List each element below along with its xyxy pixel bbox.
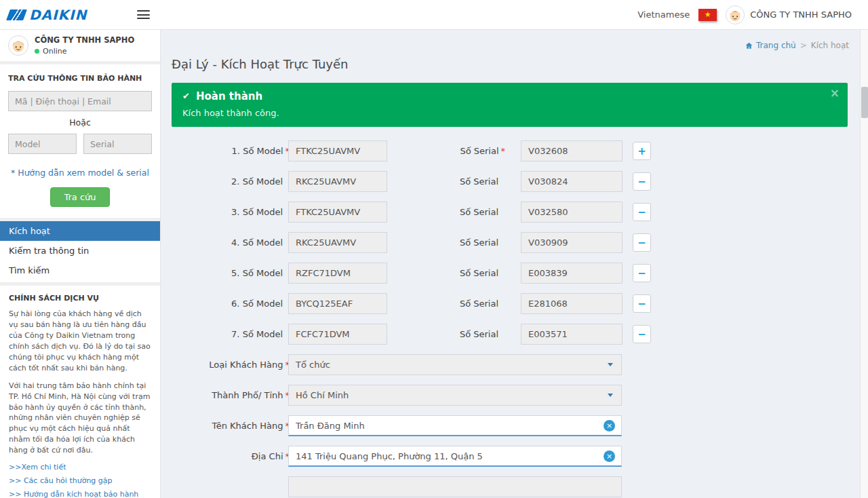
- address-label: Địa Chỉ*: [172, 451, 288, 461]
- success-alert: ✔ Hoàn thành Kích hoạt thành công. ×: [172, 83, 848, 127]
- customer-type-value: Tổ chức: [296, 360, 330, 370]
- model-serial-rows: 1. Số Model* Số Serial* + 2. Số Model* S…: [172, 140, 848, 345]
- or-label: Hoặc: [8, 117, 152, 128]
- model-input[interactable]: [288, 171, 387, 192]
- model-row-label: 1. Số Model*: [172, 146, 288, 156]
- remove-row-button[interactable]: −: [633, 203, 651, 221]
- model-row-label: 3. Số Model*: [172, 207, 288, 217]
- next-field-row-partial: [172, 476, 848, 497]
- city-select[interactable]: Hồ Chí Minh: [288, 385, 622, 406]
- model-input[interactable]: [288, 202, 387, 223]
- alert-title: Hoàn thành: [196, 90, 262, 102]
- chevron-down-icon: [608, 363, 613, 366]
- policy-link-2[interactable]: >> Các câu hỏi thường gặp: [9, 476, 151, 485]
- remove-row-button[interactable]: −: [633, 325, 651, 343]
- policy-paragraph: Với hai trung tâm bảo hành chính tại TP.…: [9, 381, 151, 457]
- page-title: Đại Lý - Kích Hoạt Trực Tuyến: [172, 57, 848, 71]
- model-serial-row: 5. Số Model* Số Serial* −: [172, 263, 848, 284]
- policy-paragraphs: Sự hài lòng của khách hàng về dịch vụ sa…: [9, 309, 151, 456]
- serial-input[interactable]: [521, 140, 623, 161]
- lookup-search-button[interactable]: Tra cứu: [50, 187, 109, 207]
- address-input[interactable]: [288, 446, 622, 467]
- vertical-scrollbar[interactable]: [860, 30, 868, 498]
- model-input[interactable]: [288, 324, 387, 345]
- sidebar: CÔNG TY TNHH SAPHO Online TRA CỨU THÔNG …: [0, 30, 161, 498]
- alert-close-icon[interactable]: ×: [830, 86, 840, 100]
- model-serial-row: 1. Số Model* Số Serial* +: [172, 140, 848, 161]
- model-row-label: 5. Số Model*: [172, 268, 288, 278]
- model-input[interactable]: [288, 293, 387, 314]
- sidebar-menu: Kích hoạtKiểm tra thông tinTìm kiếm: [0, 221, 160, 282]
- header-avatar: [726, 5, 745, 24]
- serial-row-label: Số Serial*: [387, 207, 521, 217]
- sidebar-menu-item-1[interactable]: Kích hoạt: [0, 221, 160, 241]
- serial-input[interactable]: [521, 263, 623, 284]
- model-serial-row: 3. Số Model* Số Serial* −: [172, 202, 848, 223]
- customer-name-row: Tên Khách Hàng* ×: [172, 415, 848, 436]
- policy-link-1[interactable]: >>Xem chi tiết: [9, 463, 151, 472]
- navbar-left: DAIKIN: [0, 7, 161, 23]
- policy-title: CHÍNH SÁCH DỊCH VỤ: [9, 294, 151, 303]
- customer-name-label: Tên Khách Hàng*: [172, 421, 288, 431]
- serial-input[interactable]: [521, 171, 623, 192]
- serial-row-label: Số Serial*: [387, 299, 521, 309]
- next-field-input[interactable]: [288, 476, 622, 497]
- scrollbar-thumb[interactable]: [861, 87, 868, 118]
- clear-input-icon[interactable]: ×: [604, 420, 615, 432]
- model-input[interactable]: [288, 232, 387, 253]
- user-status: Online: [35, 47, 134, 56]
- model-input[interactable]: [288, 263, 387, 284]
- model-lookup-input[interactable]: [8, 134, 77, 154]
- account-menu[interactable]: CÔNG TY TNHH SAPHO: [726, 5, 852, 24]
- serial-lookup-input[interactable]: [83, 134, 152, 154]
- sidebar-avatar: [8, 35, 28, 56]
- remove-row-button[interactable]: −: [633, 233, 651, 252]
- sidebar-menu-item-2[interactable]: Kiểm tra thông tin: [0, 241, 160, 261]
- serial-row-label: Số Serial*: [387, 237, 521, 248]
- breadcrumb-current: Kích hoạt: [811, 41, 849, 50]
- online-status-icon: [35, 49, 39, 54]
- vietnam-flag-icon[interactable]: ★: [698, 9, 717, 21]
- daikin-logo: DAIKIN: [8, 7, 87, 23]
- remove-row-button[interactable]: −: [633, 294, 651, 313]
- customer-type-select[interactable]: Tổ chức: [288, 354, 622, 375]
- policy-link-3[interactable]: >> Hướng dẫn kích hoạt bảo hành: [9, 490, 151, 498]
- model-serial-guide-link[interactable]: * Hướng dẫn xem model & serial: [8, 168, 152, 178]
- sidebar-user-card: CÔNG TY TNHH SAPHO Online: [0, 30, 160, 61]
- remove-row-button[interactable]: −: [633, 172, 651, 191]
- serial-input[interactable]: [521, 232, 623, 253]
- serial-input[interactable]: [521, 324, 623, 345]
- breadcrumb: Trang chủ > Kích hoạt: [745, 41, 849, 50]
- serial-row-label: Số Serial*: [387, 176, 521, 187]
- home-icon: [745, 41, 753, 50]
- city-row: Thành Phố/ Tỉnh* Hồ Chí Minh: [172, 385, 848, 406]
- model-row-label: 4. Số Model*: [172, 237, 288, 248]
- model-input[interactable]: [288, 140, 387, 161]
- city-label: Thành Phố/ Tỉnh*: [172, 390, 288, 400]
- customer-type-label: Loại Khách Hàng*: [172, 360, 288, 370]
- serial-input[interactable]: [521, 293, 623, 314]
- sidebar-menu-item-3[interactable]: Tìm kiếm: [0, 261, 160, 280]
- serial-row-label: Số Serial*: [387, 146, 521, 156]
- model-row-label: 7. Số Model*: [172, 329, 288, 339]
- model-serial-row: 7. Số Model* Số Serial* −: [172, 324, 848, 345]
- navbar-right: Vietnamese ★ CÔNG TY TNHH SAPHO: [637, 5, 868, 24]
- customer-type-row: Loại Khách Hàng* Tổ chức: [172, 354, 848, 375]
- language-selector[interactable]: Vietnamese: [637, 9, 690, 20]
- hamburger-menu-icon[interactable]: [137, 10, 150, 19]
- breadcrumb-separator: >: [800, 41, 807, 50]
- serial-required-mark: *: [501, 146, 506, 156]
- customer-name-input[interactable]: [288, 415, 622, 436]
- remove-row-button[interactable]: −: [633, 264, 651, 282]
- activation-form: 1. Số Model* Số Serial* + 2. Số Model* S…: [172, 140, 848, 497]
- breadcrumb-home-link[interactable]: Trang chủ: [745, 41, 796, 50]
- add-row-button[interactable]: +: [633, 142, 651, 160]
- daikin-logo-text: DAIKIN: [29, 7, 87, 23]
- model-serial-row: 6. Số Model* Số Serial* −: [172, 293, 848, 314]
- serial-input[interactable]: [521, 202, 623, 223]
- lookup-search-input[interactable]: [8, 91, 152, 111]
- service-policy-panel: CHÍNH SÁCH DỊCH VỤ Sự hài lòng của khách…: [0, 286, 160, 498]
- model-row-label: 2. Số Model*: [172, 176, 288, 187]
- model-serial-row: 2. Số Model* Số Serial* −: [172, 171, 848, 192]
- clear-input-icon[interactable]: ×: [604, 451, 615, 462]
